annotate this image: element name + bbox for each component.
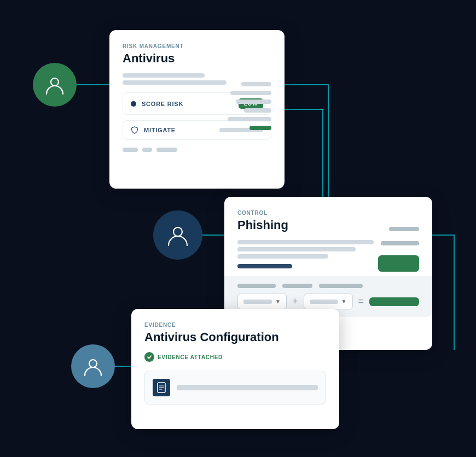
- file-name-skeleton: [177, 385, 318, 390]
- score-risk-dot: [131, 101, 136, 107]
- evidence-title: Antivirus Configuration: [144, 330, 326, 344]
- right-bar: [381, 241, 419, 245]
- antivirus-category: RISK MANAGEMENT: [123, 43, 271, 49]
- checkmark-icon: [147, 354, 152, 360]
- right-bar: [230, 91, 271, 95]
- select-value: [243, 300, 272, 304]
- dropdown-arrow-icon: ▼: [275, 298, 281, 304]
- mitigate-label: MITIGATE: [144, 127, 214, 133]
- skeleton-line: [123, 80, 227, 85]
- phishing-right-bars: [378, 227, 419, 272]
- right-bar: [389, 227, 419, 231]
- formula-plus: +: [292, 296, 298, 307]
- avatar-3: [71, 344, 115, 388]
- evidence-label: EVIDENCE ATTACHED: [158, 354, 223, 360]
- evidence-card: EVIDENCE Antivirus Configuration EVIDENC…: [131, 309, 339, 429]
- svg-point-2: [89, 360, 97, 367]
- formula-labels: [237, 284, 419, 288]
- antivirus-card: RISK MANAGEMENT Antivirus SCORE RISK LOW…: [109, 30, 285, 189]
- right-bar: [241, 82, 271, 86]
- formula-label-bar: [282, 284, 312, 288]
- skeleton-line: [123, 73, 205, 78]
- evidence-check-icon: [144, 352, 154, 362]
- dropdown-arrow-icon: ▼: [341, 298, 347, 304]
- evidence-category: EVIDENCE: [144, 322, 326, 328]
- formula-select-1[interactable]: ▼: [237, 294, 287, 309]
- document-icon: [156, 382, 166, 393]
- skeleton-line: [237, 247, 356, 251]
- formula-row: ▼ + ▼ =: [237, 294, 419, 309]
- right-bar: [236, 99, 271, 104]
- phishing-category: CONTROL: [237, 210, 419, 216]
- formula-label-bar: [319, 284, 363, 288]
- right-bar: [244, 108, 271, 113]
- right-bar-green: [378, 255, 419, 272]
- right-bars: [228, 82, 271, 130]
- select-value: [310, 300, 338, 304]
- avatar-1: [33, 63, 77, 107]
- scene: RISK MANAGEMENT Antivirus SCORE RISK LOW…: [0, 0, 476, 457]
- antivirus-title: Antivirus: [123, 51, 271, 66]
- skeleton-line: [237, 240, 374, 244]
- file-icon: [153, 379, 170, 396]
- formula-result: [369, 297, 419, 306]
- formula-select-2[interactable]: ▼: [304, 294, 353, 309]
- avatar-2: [153, 210, 202, 260]
- person-icon-3: [83, 356, 103, 377]
- dark-accent-line: [237, 264, 292, 268]
- shield-icon: [131, 126, 138, 134]
- person-icon-1: [44, 74, 65, 95]
- skeleton-line: [237, 254, 328, 259]
- formula-label-bar: [237, 284, 276, 288]
- right-bar: [228, 117, 271, 121]
- footer-dot: [156, 148, 177, 152]
- svg-point-0: [51, 78, 59, 86]
- score-risk-label: SCORE RISK: [142, 101, 233, 107]
- evidence-file-box: [144, 371, 326, 405]
- person-icon-2: [166, 224, 189, 247]
- footer-dot: [142, 148, 152, 152]
- card-footer: [123, 148, 271, 152]
- right-bar-green: [249, 126, 271, 130]
- formula-equals: =: [358, 296, 364, 307]
- footer-dot: [123, 148, 138, 152]
- evidence-attached-row: EVIDENCE ATTACHED: [144, 352, 326, 362]
- svg-point-1: [173, 227, 182, 236]
